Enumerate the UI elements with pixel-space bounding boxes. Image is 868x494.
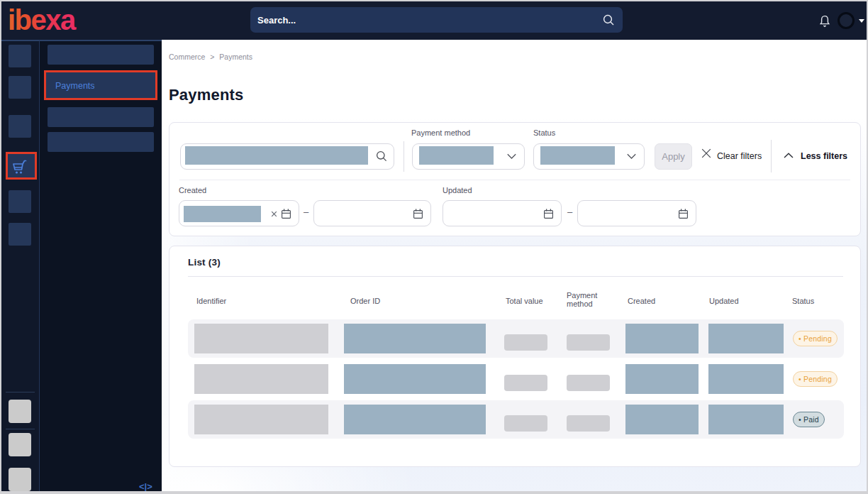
svg-text:ibexa: ibexa	[8, 7, 77, 34]
